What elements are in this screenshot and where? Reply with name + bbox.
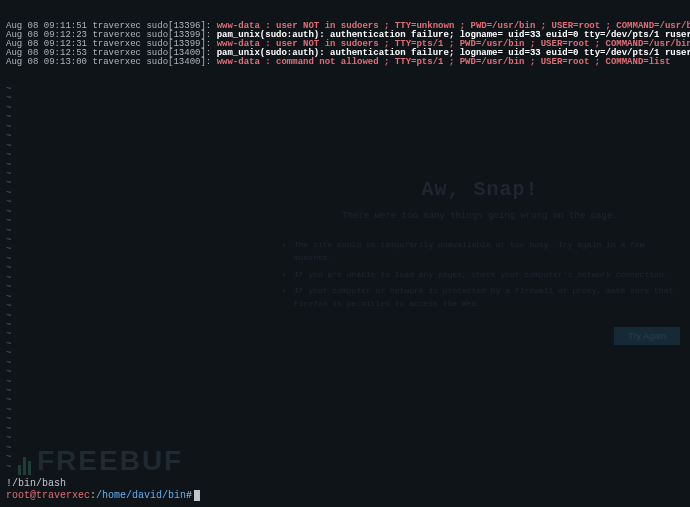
crash-bullet: If you are unable to load any pages, che… bbox=[294, 269, 680, 282]
shell-prompt-area: !/bin/bash root@traverxec:/home/david/bi… bbox=[6, 479, 200, 501]
watermark-logo: FREEBUF bbox=[18, 447, 183, 475]
shell-prompt[interactable]: root@traverxec:/home/david/bin# bbox=[6, 490, 200, 501]
log-line: Aug 08 09:13:00 traverxec sudo[13400]: w… bbox=[6, 58, 684, 67]
watermark-text: FREEBUF bbox=[37, 447, 183, 475]
crash-subtitle: There were too many things going wrong o… bbox=[280, 212, 680, 221]
crash-title: Aw, Snap! bbox=[280, 180, 680, 200]
watermark-bars-icon bbox=[18, 447, 33, 475]
prompt-user-host: root@traverxec bbox=[6, 491, 90, 501]
prompt-symbol: # bbox=[186, 491, 192, 501]
prompt-cwd: /home/david/bin bbox=[96, 491, 186, 501]
try-again-button[interactable]: Try Again bbox=[614, 327, 680, 345]
crash-bullet: If your computer or network is protected… bbox=[294, 285, 680, 311]
crash-overlay: Aw, Snap! There were too many things goi… bbox=[280, 180, 680, 315]
crash-bullet: The site could be temporarily unavailabl… bbox=[294, 239, 680, 265]
crash-bullet-list: The site could be temporarily unavailabl… bbox=[280, 239, 680, 311]
shebang-line: !/bin/bash bbox=[6, 479, 200, 489]
cursor-icon bbox=[194, 490, 200, 501]
